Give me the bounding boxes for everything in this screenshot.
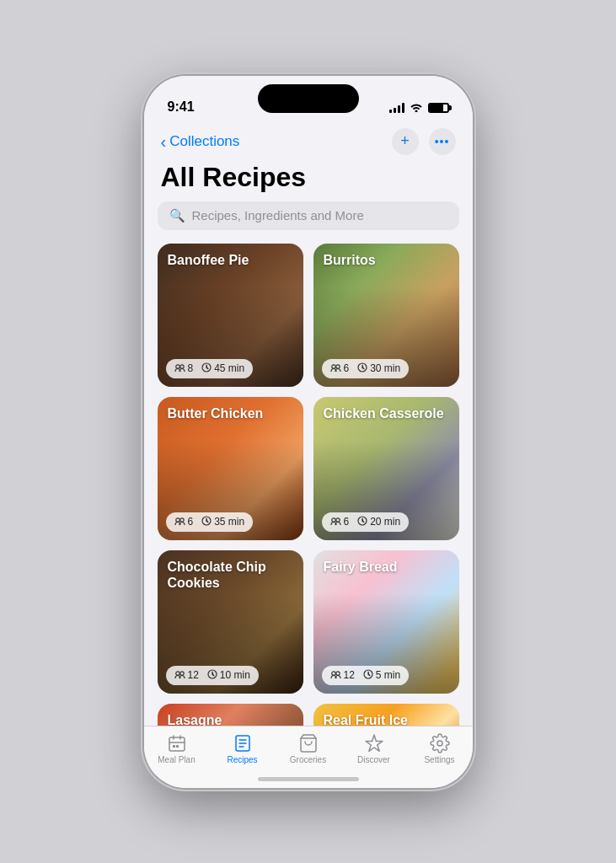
time-icon-banoffee-pie [201,362,212,375]
servings-group-banoffee-pie: 8 [174,362,194,374]
servings-group-burritos: 6 [330,362,350,374]
servings-icon-chicken-casserole [330,516,341,528]
servings-value-banoffee-pie: 8 [188,362,194,374]
time-group-chocolate-chip-cookies: 10 min [207,669,250,682]
tab-icon-settings [430,733,450,753]
recipe-card-burritos[interactable]: Burritos 6 30 min [313,244,459,387]
recipe-card-chocolate-chip-cookies[interactable]: Chocolate Chip Cookies 12 10 min [158,550,303,694]
servings-group-chocolate-chip-cookies: 12 [174,669,199,681]
dynamic-island [258,84,359,113]
search-container: 🔍 Recipes, Ingredients and More [144,201,473,240]
recipe-card-fairy-bread[interactable]: Fairy Bread 12 5 min [313,550,459,694]
signal-bars-icon [389,103,404,113]
tab-groceries[interactable]: Groceries [276,733,341,764]
time-icon-fairy-bread [363,669,373,682]
wifi-icon [410,101,423,115]
back-button[interactable]: ‹ Collections [161,133,240,150]
page-title: All Recipes [144,158,473,201]
time-group-butter-chicken: 35 min [201,516,244,528]
servings-icon-fairy-bread [330,669,341,681]
servings-group-fairy-bread: 12 [330,669,355,681]
svg-point-9 [331,518,335,522]
svg-rect-25 [173,745,175,748]
tab-label-recipes: Recipes [227,755,257,764]
svg-rect-26 [176,745,179,748]
recipe-grid: Banoffee Pie 8 45 min Burritos [144,240,473,726]
svg-point-3 [331,365,335,368]
recipe-card-chicken-casserole[interactable]: Chicken Casserole 6 20 min [313,397,459,540]
status-bar: 9:41 [144,76,473,121]
svg-point-6 [175,518,179,522]
battery-icon [428,103,449,113]
tab-icon-discover [364,733,384,753]
servings-icon-butter-chicken [174,516,185,528]
add-icon: + [400,132,410,150]
tab-label-settings: Settings [424,755,454,764]
card-title-lasagne: Lasagne [168,712,293,726]
card-title-burritos: Burritos [324,252,449,268]
time-value-banoffee-pie: 45 min [214,362,244,374]
recipe-card-butter-chicken[interactable]: Butter Chicken 6 35 min [158,397,303,540]
tab-recipes[interactable]: Recipes [210,733,276,764]
search-icon: 🔍 [169,208,185,223]
card-meta-fairy-bread: 12 5 min [322,666,410,685]
status-icons [389,101,449,115]
svg-point-4 [335,365,339,368]
svg-point-1 [179,365,183,368]
tab-label-meal-plan: Meal Plan [158,755,195,764]
servings-group-butter-chicken: 6 [174,516,194,528]
tab-icon-recipes [233,733,253,753]
recipe-card-real-fruit-ice-cream[interactable]: Real Fruit Ice Cream 4 15 min [313,704,459,726]
add-button[interactable]: + [392,128,419,155]
tab-meal-plan[interactable]: Meal Plan [144,733,210,764]
tab-label-groceries: Groceries [290,755,326,764]
servings-value-fairy-bread: 12 [344,669,355,681]
svg-point-16 [335,672,339,675]
time-group-chicken-casserole: 20 min [357,516,400,528]
search-bar[interactable]: 🔍 Recipes, Ingredients and More [158,201,459,230]
time-icon-butter-chicken [201,516,212,528]
content-area: ‹ Collections + ••• All Recipes 🔍 Recipe… [144,121,473,726]
card-meta-butter-chicken: 6 35 min [166,512,254,532]
servings-icon-chocolate-chip-cookies [174,669,185,681]
tab-icon-meal-plan [167,733,187,753]
svg-point-13 [179,672,183,675]
svg-point-10 [335,518,339,522]
servings-group-chicken-casserole: 6 [330,516,350,528]
card-meta-banoffee-pie: 8 45 min [166,359,254,378]
card-title-real-fruit-ice-cream: Real Fruit Ice Cream [324,712,449,726]
card-title-banoffee-pie: Banoffee Pie [168,252,293,268]
time-group-banoffee-pie: 45 min [201,362,244,375]
back-label: Collections [169,133,239,150]
svg-point-15 [331,672,335,675]
time-icon-chicken-casserole [357,516,367,528]
recipe-card-lasagne[interactable]: Lasagne 6 60 min [158,704,303,726]
time-value-chicken-casserole: 20 min [370,516,400,528]
nav-actions: + ••• [392,128,456,155]
tab-discover[interactable]: Discover [341,733,407,764]
time-group-burritos: 30 min [357,362,400,375]
servings-value-burritos: 6 [344,362,350,374]
card-meta-chicken-casserole: 6 20 min [322,512,410,532]
time-icon-chocolate-chip-cookies [207,669,217,682]
svg-point-28 [437,741,442,746]
servings-value-chocolate-chip-cookies: 12 [188,669,199,681]
time-value-burritos: 30 min [370,362,400,374]
servings-icon-burritos [330,362,341,374]
tab-label-discover: Discover [357,755,390,764]
time-group-fairy-bread: 5 min [363,669,400,682]
servings-value-chicken-casserole: 6 [344,516,350,528]
nav-bar: ‹ Collections + ••• [144,121,473,158]
time-value-chocolate-chip-cookies: 10 min [220,669,250,681]
time-icon-burritos [357,362,367,375]
svg-point-7 [179,518,183,522]
svg-point-12 [175,672,179,675]
servings-icon-banoffee-pie [174,362,185,374]
more-button[interactable]: ••• [429,128,456,155]
back-chevron-icon: ‹ [161,133,167,150]
time-value-fairy-bread: 5 min [376,669,400,681]
tab-settings[interactable]: Settings [407,733,473,764]
card-title-chocolate-chip-cookies: Chocolate Chip Cookies [168,559,293,591]
card-meta-burritos: 6 30 min [322,359,410,378]
recipe-card-banoffee-pie[interactable]: Banoffee Pie 8 45 min [158,244,303,387]
